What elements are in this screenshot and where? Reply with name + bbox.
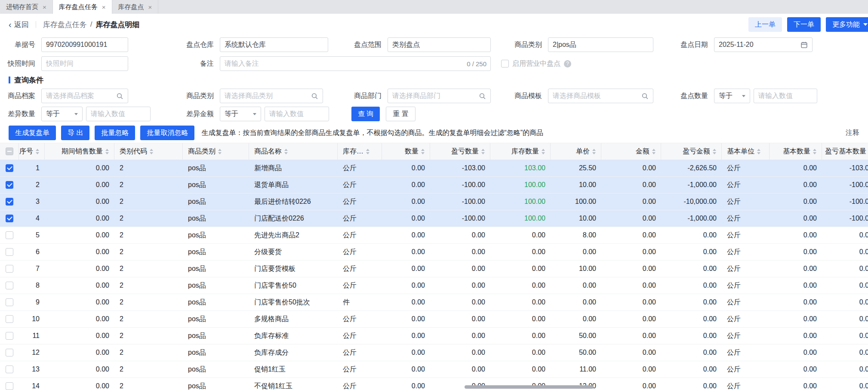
sort-icon	[652, 149, 656, 154]
info-icon[interactable]: ?	[564, 60, 571, 68]
batch-ignore-button[interactable]: 批量忽略	[95, 126, 135, 140]
department-select[interactable]	[388, 89, 491, 103]
prev-order-button[interactable]: 上一单	[748, 17, 782, 32]
search-icon[interactable]	[479, 92, 486, 100]
close-icon[interactable]: ×	[43, 3, 46, 11]
template-select[interactable]	[548, 89, 653, 103]
cell-seq: 13	[19, 365, 45, 373]
search-icon[interactable]	[311, 92, 318, 100]
tab-home[interactable]: 进销存首页 ×	[0, 0, 53, 14]
reset-button[interactable]: 重 置	[386, 107, 415, 121]
row-checkbox[interactable]	[0, 164, 19, 172]
business-checkbox-group[interactable]: 启用营业中盘点 ?	[501, 59, 571, 68]
table-row[interactable]: 110.002pos品负库存标准公斤0.000.000.0050.000.000…	[0, 328, 868, 344]
row-checkbox[interactable]	[0, 332, 19, 340]
column-header-pl_qty[interactable]: 盈亏数量	[430, 143, 490, 160]
back-button[interactable]: ‹ 返回	[9, 20, 29, 30]
column-header-amount[interactable]: 金额	[601, 143, 661, 160]
column-header-unit[interactable]: 库存…	[338, 143, 382, 160]
archive-input[interactable]	[46, 92, 114, 100]
row-checkbox[interactable]	[0, 382, 19, 390]
doc-no-input[interactable]	[41, 37, 128, 52]
column-header-base_unit[interactable]: 基本单位	[722, 143, 770, 160]
table-header-row: 序号期间销售数量类别代码商品类别商品名称库存…数量盈亏数量库存数量单价金额盈亏金…	[0, 143, 868, 160]
row-checkbox[interactable]	[0, 365, 19, 373]
table-row[interactable]: 30.002pos品最后进价结转0226公斤0.00-100.00100.001…	[0, 193, 868, 210]
count-qty-operator-select[interactable]: 等于	[714, 89, 750, 103]
warehouse-input[interactable]	[220, 37, 328, 52]
row-checkbox[interactable]	[0, 248, 19, 256]
column-header-qty[interactable]: 数量	[382, 143, 430, 160]
query-category-input[interactable]	[225, 92, 308, 100]
table-row[interactable]: 90.002pos品门店零售价50批次件0.000.000.000.000.00…	[0, 294, 868, 311]
search-icon[interactable]	[641, 92, 649, 100]
select-all-checkbox[interactable]	[0, 143, 19, 160]
table-row[interactable]: 40.002pos品门店配送价0226公斤0.00-100.00100.0010…	[0, 210, 868, 227]
table-row[interactable]: 120.002pos品负库存成分公斤0.000.000.0050.000.000…	[0, 344, 868, 361]
column-header-pl_base[interactable]: 盈亏基本数量	[822, 143, 868, 160]
query-category-select[interactable]	[220, 89, 323, 103]
column-header-name[interactable]: 商品名称	[249, 143, 338, 160]
next-order-button[interactable]: 下一单	[787, 17, 821, 32]
table-row[interactable]: 140.002pos品不促销1红玉公斤0.000.000.0012.000.00…	[0, 378, 868, 390]
close-icon[interactable]: ×	[148, 3, 152, 11]
table-row[interactable]: 20.002pos品退货单商品公斤0.00-100.00100.0010.000…	[0, 177, 868, 193]
diff-qty-input[interactable]	[86, 107, 151, 121]
close-icon[interactable]: ×	[102, 3, 106, 11]
column-header-seq[interactable]: 序号	[19, 143, 45, 160]
checkbox-icon	[6, 349, 13, 356]
table-row[interactable]: 10.002pos品新增商品公斤0.00-103.00103.0025.500.…	[0, 160, 868, 177]
row-checkbox[interactable]	[0, 265, 19, 273]
row-checkbox[interactable]	[0, 282, 19, 289]
diff-amount-operator-select[interactable]: 等于	[220, 107, 261, 121]
table-row[interactable]: 130.002pos品促销1红玉公斤0.000.000.0011.000.000…	[0, 361, 868, 378]
horizontal-scrollbar[interactable]	[465, 385, 594, 389]
generate-recheck-button[interactable]: 生成复盘单	[9, 126, 56, 140]
row-checkbox[interactable]	[0, 198, 19, 206]
scope-input[interactable]	[388, 37, 491, 52]
template-input[interactable]	[553, 92, 639, 100]
cell-unit: 公斤	[338, 348, 382, 357]
snapshot-input[interactable]	[41, 56, 128, 71]
checkbox-icon[interactable]	[501, 60, 509, 68]
tab-inventory-task[interactable]: 库存盘点任务 ×	[53, 0, 112, 14]
table-row[interactable]: 50.002pos品先进先出商品2公斤0.000.000.008.000.000…	[0, 227, 868, 244]
tab-inventory[interactable]: 库存盘点 ×	[112, 0, 159, 14]
table-row[interactable]: 100.002pos品多规格商品公斤0.000.000.000.000.000.…	[0, 311, 868, 328]
column-header-period_sales[interactable]: 期间销售数量	[45, 143, 114, 160]
more-functions-button[interactable]: 更多功能	[826, 17, 868, 32]
column-header-stock_qty[interactable]: 库存数量	[490, 143, 551, 160]
breadcrumb-parent[interactable]: 库存盘点任务	[43, 20, 87, 30]
date-value[interactable]	[719, 41, 798, 49]
row-checkbox[interactable]	[0, 181, 19, 189]
table-row[interactable]: 60.002pos品分级要货公斤0.000.000.000.000.000.00…	[0, 244, 868, 261]
count-qty-input[interactable]	[754, 89, 817, 103]
batch-unignore-button[interactable]: 批量取消忽略	[140, 126, 194, 140]
table-row[interactable]: 70.002pos品门店要货模板公斤0.000.000.0010.000.000…	[0, 261, 868, 277]
column-header-pl_amount[interactable]: 盈亏金额	[661, 143, 722, 160]
date-input[interactable]	[714, 37, 813, 52]
archive-select[interactable]	[41, 89, 128, 103]
category-input[interactable]	[548, 37, 653, 52]
column-header-cat_code[interactable]: 类别代码	[114, 143, 183, 160]
search-button[interactable]: 查 询	[351, 107, 380, 121]
department-input[interactable]	[392, 92, 476, 100]
cell-base_unit: 公斤	[722, 181, 770, 190]
column-header-category[interactable]: 商品类别	[183, 143, 249, 160]
remark-input[interactable]	[220, 56, 491, 71]
annotation-tab[interactable]: 注释	[840, 129, 859, 138]
diff-qty-operator-select[interactable]: 等于	[41, 107, 83, 121]
column-header-base_qty[interactable]: 基本数量	[770, 143, 822, 160]
table-row[interactable]: 80.002pos品门店零售价50公斤0.000.000.000.000.000…	[0, 277, 868, 294]
row-checkbox[interactable]	[0, 215, 19, 222]
row-checkbox[interactable]	[0, 349, 19, 356]
row-checkbox[interactable]	[0, 231, 19, 239]
cell-unit: 公斤	[338, 214, 382, 223]
export-button[interactable]: 导 出	[61, 126, 89, 140]
search-icon[interactable]	[116, 92, 123, 100]
cell-cat_code: 2	[114, 382, 183, 390]
column-header-price[interactable]: 单价	[551, 143, 601, 160]
row-checkbox[interactable]	[0, 298, 19, 306]
diff-amount-input[interactable]	[265, 107, 329, 121]
row-checkbox[interactable]	[0, 315, 19, 323]
